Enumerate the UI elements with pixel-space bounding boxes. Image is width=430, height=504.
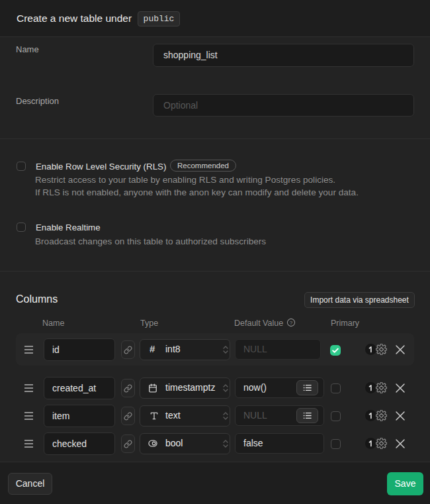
- svg-text:?: ?: [290, 320, 293, 326]
